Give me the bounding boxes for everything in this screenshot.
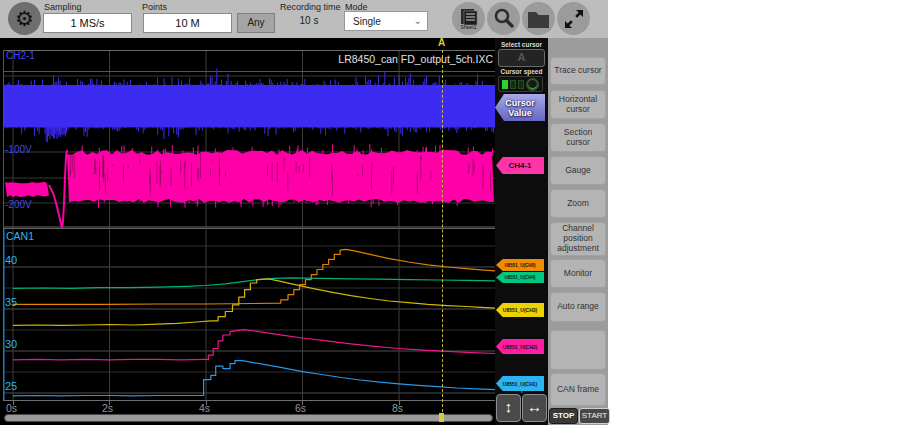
cursor-a-marker[interactable]: A [438, 37, 445, 48]
horizontal-pan-button[interactable]: ↔ [522, 394, 547, 422]
speed-led-on [502, 80, 508, 89]
time-label-8s: 8s [392, 402, 403, 414]
time-label-6s: 6s [295, 402, 306, 414]
search-button[interactable] [487, 2, 520, 35]
sidebar-button-trace-cursor[interactable]: Trace cursor [550, 57, 606, 85]
sheet-button[interactable]: Sheet1 [452, 2, 485, 35]
right-sidebar: Trace cursor Horizontal cursor Section c… [548, 38, 608, 425]
app-window: ⚙ Sampling 1 MS/s Points 10 M Any Record… [0, 0, 608, 425]
channel-label-ch2-1: CH2-1 [6, 50, 35, 61]
cursor-a-line[interactable] [442, 50, 443, 412]
vertical-pan-button[interactable]: ↕ [496, 394, 521, 422]
chevron-down-icon: ⌄ [414, 11, 422, 31]
sidebar-button-section-cursor[interactable]: Section cursor [550, 123, 606, 152]
mode-select[interactable]: Single ⌄ [344, 11, 428, 31]
select-cursor-label: Select cursor [497, 41, 546, 48]
open-file-button[interactable] [522, 2, 555, 35]
can-ylabel-40: 40 [5, 254, 17, 266]
sidebar-button-auto-range[interactable]: Auto range [550, 292, 606, 322]
channel-tag-u8551-u-ch4-[interactable]: U8551_U(CH4) [496, 272, 544, 283]
points-label: Points [142, 2, 167, 12]
voltage-label-200: -200V [5, 199, 32, 210]
points-input[interactable]: 10 M [143, 13, 232, 33]
sheet-name-label: Sheet1 [461, 24, 477, 30]
speed-knob-icon[interactable] [526, 78, 539, 91]
select-cursor-button[interactable]: A [498, 49, 545, 67]
time-label-4s: 4s [199, 402, 210, 414]
speed-led-off [510, 80, 516, 89]
settings-button[interactable]: ⚙ [8, 2, 41, 35]
analog-waveform-panel[interactable] [3, 45, 497, 228]
cursor-value-line2: Value [508, 108, 532, 118]
channel-tag-u8551-u-ch5-[interactable]: U8551_U(CH5) [496, 259, 544, 271]
channel-tag-ch4-1[interactable]: CH4-1 [496, 157, 544, 174]
search-icon [491, 6, 517, 32]
sidebar-button-channel-position[interactable]: Channel position adjustment [550, 222, 606, 256]
sampling-label: Sampling [44, 2, 82, 12]
channel-tag-u8551-u-ch2-[interactable]: U8551_U(CH2) [496, 339, 544, 354]
can-panel-label: CAN1 [6, 230, 34, 242]
start-button[interactable]: START [579, 408, 610, 424]
voltage-label-100: -100V [5, 144, 32, 155]
loaded-file-title: LR8450_can FD_output_5ch.IXC [200, 53, 493, 65]
time-axis-line [3, 400, 497, 401]
arrow-vertical-icon: ↕ [505, 398, 513, 415]
screenshot-stage: ⚙ Sampling 1 MS/s Points 10 M Any Record… [0, 0, 920, 425]
top-toolbar: ⚙ Sampling 1 MS/s Points 10 M Any Record… [0, 0, 608, 38]
channel-tag-u8551-u-ch1-[interactable]: U8551_U(CH1) [496, 376, 544, 391]
sidebar-button-zoom[interactable]: Zoom [550, 189, 606, 218]
speed-led-off [518, 80, 524, 89]
gear-icon: ⚙ [15, 8, 34, 29]
sidebar-button-monitor[interactable]: Monitor [550, 259, 606, 288]
fullscreen-icon [562, 7, 586, 31]
cursor-speed-indicator[interactable] [498, 76, 543, 92]
channel-tag-u8551-u-ch3-[interactable]: U8551_U(CH3) [496, 303, 544, 317]
sidebar-button-gauge[interactable]: Gauge [550, 156, 606, 185]
any-button[interactable]: Any [237, 13, 275, 33]
recording-time-label: Recording time [280, 2, 341, 12]
horizontal-scrollbar[interactable] [4, 414, 493, 422]
cursor-value-line1: Cursor [505, 98, 535, 108]
fullscreen-button[interactable] [557, 2, 590, 35]
arrow-horizontal-icon: ↔ [527, 398, 542, 415]
sampling-input[interactable]: 1 MS/s [43, 13, 132, 33]
folder-icon [526, 9, 551, 29]
can-ylabel-35: 35 [5, 296, 17, 308]
time-label-0s: 0s [6, 402, 17, 414]
stop-button[interactable]: STOP [549, 408, 578, 424]
recording-time-value: 10 s [281, 15, 337, 26]
time-label-2s: 2s [102, 402, 113, 414]
can-ylabel-30: 30 [5, 338, 17, 350]
sidebar-button-horizontal-cursor[interactable]: Horizontal cursor [550, 90, 606, 119]
can-ylabel-25: 25 [5, 380, 17, 392]
scrollbar-cursor-marker [439, 413, 444, 422]
mode-selected-value: Single [353, 16, 381, 27]
cursor-speed-label: Cursor speed [497, 68, 546, 75]
cursor-value-button[interactable]: Cursor Value [495, 94, 545, 121]
sidebar-button-can-frame[interactable]: CAN frame [550, 373, 606, 406]
sidebar-button-blank[interactable] [550, 330, 606, 370]
can-waveform-panel[interactable] [3, 228, 497, 400]
